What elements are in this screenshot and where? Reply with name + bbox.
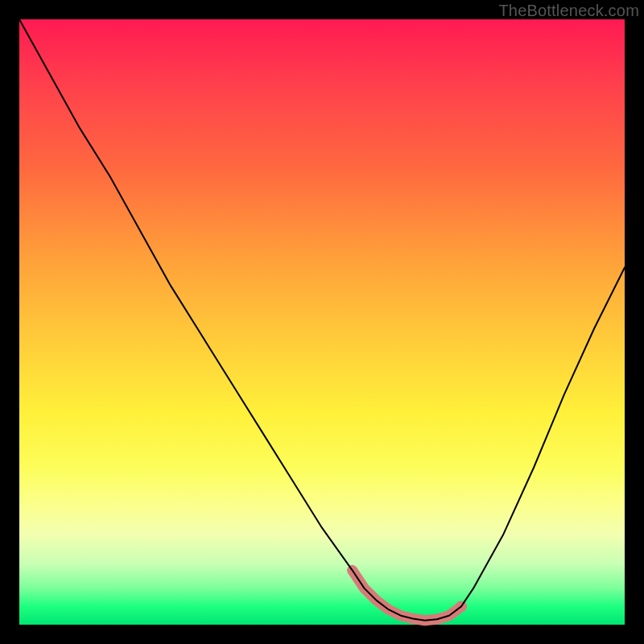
- valley-highlight: [353, 570, 467, 620]
- curve-svg: [19, 19, 625, 625]
- watermark-text: TheBottleneck.com: [498, 2, 639, 20]
- outer-frame: TheBottleneck.com: [0, 0, 644, 644]
- bottleneck-curve: [19, 19, 625, 621]
- plot-area: [19, 19, 625, 625]
